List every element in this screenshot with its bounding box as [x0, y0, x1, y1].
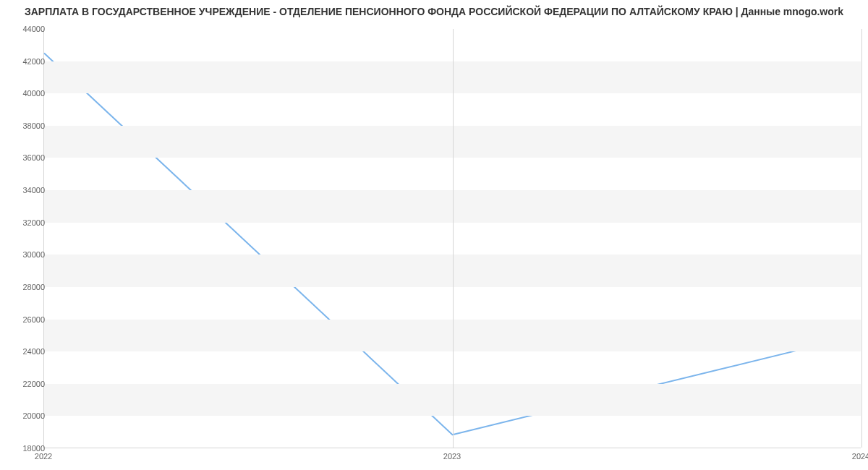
x-tick-label: 2022: [35, 452, 52, 461]
y-tick-label: 36000: [9, 153, 45, 162]
grid-vertical: [453, 29, 454, 448]
y-tick-label: 26000: [9, 315, 45, 324]
y-tick-label: 42000: [9, 57, 45, 66]
y-tick-label: 32000: [9, 218, 45, 227]
y-tick-label: 30000: [9, 250, 45, 259]
y-tick-label: 28000: [9, 283, 45, 291]
x-tick-label: 2024: [852, 452, 868, 461]
y-tick-label: 38000: [9, 121, 45, 130]
grid-vertical: [861, 29, 862, 448]
chart-title: ЗАРПЛАТА В ГОСУДАРСТВЕННОЕ УЧРЕЖДЕНИЕ - …: [0, 6, 868, 17]
y-tick-label: 44000: [9, 25, 45, 33]
chart-container: ЗАРПЛАТА В ГОСУДАРСТВЕННОЕ УЧРЕЖДЕНИЕ - …: [0, 0, 868, 470]
plot-area: [43, 29, 861, 448]
y-tick-label: 20000: [9, 411, 45, 420]
y-tick-label: 40000: [9, 89, 45, 98]
y-tick-label: 34000: [9, 186, 45, 195]
y-tick-label: 22000: [9, 380, 45, 388]
y-tick-label: 24000: [9, 347, 45, 356]
x-tick-label: 2023: [443, 452, 461, 461]
